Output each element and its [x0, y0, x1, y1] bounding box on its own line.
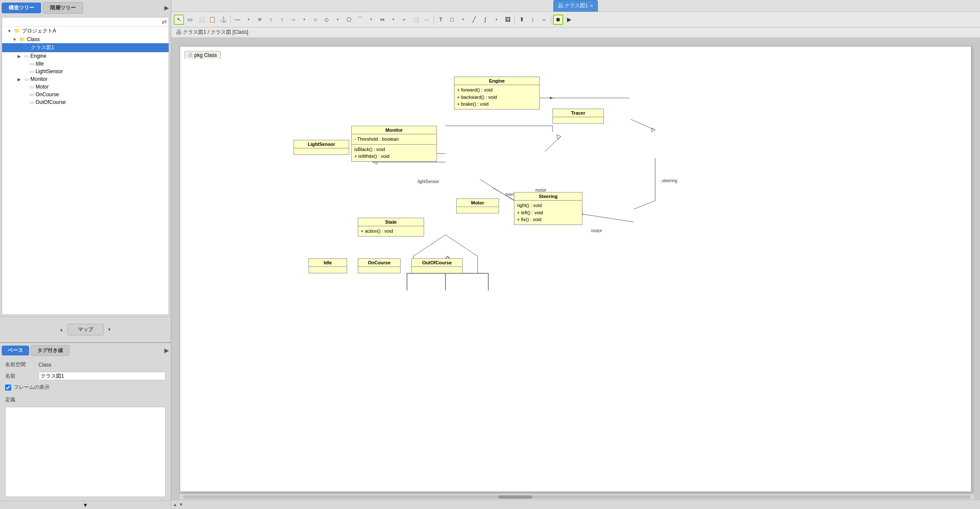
class-outofcourse[interactable]: OutOfCourse — [411, 258, 463, 273]
engine-method-1: + forward() : void — [457, 86, 537, 94]
engine-method-2: + backward() : void — [457, 94, 537, 101]
frame-display-label: フレームの表示 — [14, 384, 50, 391]
class-motor[interactable]: Motor — [456, 198, 499, 213]
tool-page[interactable]: ⬜ — [410, 15, 421, 25]
tab-strip: 品 クラス図1 ✕ — [553, 0, 598, 12]
tool-diamond[interactable]: ◇ — [321, 15, 332, 25]
tool-align-center[interactable]: ↕ — [528, 15, 538, 25]
toggle-project[interactable]: ▼ — [7, 29, 12, 33]
toggle-engine[interactable]: ▶ — [18, 54, 23, 59]
tree-expand-arrow[interactable]: ▶ — [164, 4, 169, 11]
class-idle-title: Idle — [309, 259, 347, 267]
definition-input[interactable] — [5, 407, 166, 497]
nav-down-arrow[interactable]: ▼ — [179, 502, 183, 507]
diagram-tab-close[interactable]: ✕ — [590, 3, 593, 8]
tool-up1[interactable]: ↑ — [266, 15, 276, 25]
tab-tagged-value[interactable]: タグ付き値 — [31, 345, 69, 356]
class-tracer[interactable]: Tracer — [552, 109, 604, 124]
tree-refresh-icon[interactable]: ⇄ — [162, 18, 167, 25]
tab-base[interactable]: ベース — [2, 346, 29, 355]
canvas-area[interactable]: 品 pkg Class — [171, 38, 980, 509]
label-motor2: motor — [591, 228, 602, 233]
class-engine[interactable]: Engine + forward() : void + backward() :… — [454, 77, 540, 109]
title-bar: 品 クラス図1 ✕ — [171, 0, 980, 12]
class-monitor-title: Monitor — [352, 126, 437, 134]
class-tracer-body — [553, 117, 603, 123]
tool-folder[interactable]: ⬜ — [196, 15, 206, 25]
tool-expand[interactable]: ↔ — [539, 15, 549, 25]
tree-node-lightsensor[interactable]: ▭ LightSensor — [2, 68, 169, 75]
tool-arrow-right[interactable]: → — [288, 15, 298, 25]
tool-arc[interactable]: ⌒ — [355, 15, 365, 25]
tree-node-idle[interactable]: ▭ Idle — [2, 60, 169, 68]
tool-image[interactable]: 🖼 — [502, 15, 513, 25]
map-down-arrow[interactable]: ▼ — [107, 327, 112, 332]
tree-node-motor[interactable]: ▭ Motor — [2, 83, 169, 91]
tab-hierarchy-tree[interactable]: 階層ツリー — [43, 2, 83, 14]
tool-text[interactable]: T — [436, 15, 446, 25]
class-state[interactable]: State + action() : void — [358, 218, 424, 237]
tool-pentagon[interactable]: ⬠ — [344, 15, 354, 25]
tool-line-drop[interactable]: ▾ — [244, 15, 254, 25]
tree-node-project[interactable]: ▼ 📁 プロジェクトA — [2, 27, 169, 36]
bottom-tabs: ベース タグ付き値 ▶ — [0, 343, 171, 358]
name-row: 名前 — [5, 372, 166, 380]
scrollbar-track — [183, 495, 971, 499]
svg-marker-13 — [557, 135, 561, 139]
tool-curve-drop[interactable]: ▾ — [491, 15, 502, 25]
tree-node-class-folder[interactable]: ▼ 📁 Class — [2, 36, 169, 43]
tree-node-diagram[interactable]: 品 クラス図1 — [2, 43, 169, 52]
tool-up2[interactable]: ↑ — [277, 15, 287, 25]
tool-link[interactable]: ⇔ — [377, 15, 387, 25]
sep2 — [434, 15, 434, 24]
tool-stack[interactable]: ≡ — [255, 15, 265, 25]
namespace-row: 名前空間 Class — [5, 361, 166, 368]
frame-display-row: フレームの表示 — [5, 384, 166, 391]
tree-node-oncourse[interactable]: ▭ OnCourse — [2, 91, 169, 98]
tree-node-outofcourse[interactable]: ▭ OutOfCourse — [2, 98, 169, 106]
svg-line-8 — [445, 235, 478, 256]
diagram-label: クラス図1 — [31, 44, 54, 51]
engine-label: Engine — [30, 53, 46, 59]
tool-diag-line[interactable]: ╱ — [469, 15, 479, 25]
tool-curve[interactable]: ∫ — [480, 15, 490, 25]
tree-node-monitor[interactable]: ▶ ▭ Monitor — [2, 75, 169, 83]
map-button[interactable]: マップ — [67, 324, 104, 335]
name-input[interactable] — [39, 372, 166, 380]
nav-up-arrow[interactable]: ▲ — [173, 502, 177, 507]
tool-circle[interactable]: ○ — [310, 15, 321, 25]
tree-node-engine[interactable]: ▶ ▭ Engine — [2, 52, 169, 60]
class-oncourse[interactable]: OnCourse — [358, 258, 401, 273]
diagram-tab[interactable]: 品 クラス図1 ✕ — [553, 0, 598, 12]
tool-extra[interactable]: ▶ — [564, 15, 574, 25]
scroll-down-arrow[interactable]: ▼ — [83, 502, 88, 508]
tool-corner[interactable]: ⌐ — [399, 15, 410, 25]
tool-anchor[interactable]: ⚓ — [218, 15, 229, 25]
tool-rect-drop[interactable]: ▾ — [458, 15, 468, 25]
scrollbar-thumb[interactable] — [498, 495, 532, 499]
class-lightsensor[interactable]: LightSensor — [294, 140, 349, 155]
map-up-arrow[interactable]: ▲ — [59, 327, 64, 332]
class-idle[interactable]: Idle — [309, 258, 347, 273]
toggle-monitor[interactable]: ▶ — [18, 77, 23, 82]
tool-line[interactable]: — — [232, 15, 243, 25]
class-steering[interactable]: Steering right() : void + left() : void … — [514, 192, 582, 225]
toggle-class[interactable]: ▼ — [12, 37, 18, 42]
tool-rect-select[interactable]: ▭ — [185, 15, 195, 25]
frame-display-checkbox[interactable] — [5, 385, 11, 391]
tool-note[interactable]: 📋 — [207, 15, 217, 25]
tool-align-top[interactable]: ⬆ — [517, 15, 527, 25]
svg-line-5 — [480, 179, 514, 201]
tool-arrow-drop[interactable]: ▾ — [299, 15, 309, 25]
monitor-method-2: + isWhite() : void — [354, 153, 434, 160]
tool-dots[interactable]: ··· — [422, 15, 432, 25]
tool-select[interactable]: ↖ — [174, 15, 184, 25]
tool-arc-drop[interactable]: ▾ — [366, 15, 376, 25]
tool-rect[interactable]: □ — [447, 15, 457, 25]
tool-link-drop[interactable]: ▾ — [388, 15, 398, 25]
tool-record[interactable]: ⏺ — [553, 15, 563, 25]
bottom-expand-arrow[interactable]: ▶ — [164, 347, 169, 354]
tool-diamond-drop[interactable]: ▾ — [333, 15, 343, 25]
tab-structure-tree[interactable]: 構造ツリー — [2, 3, 41, 13]
class-monitor[interactable]: Monitor - Threshold : boolean isBlack() … — [351, 126, 437, 162]
